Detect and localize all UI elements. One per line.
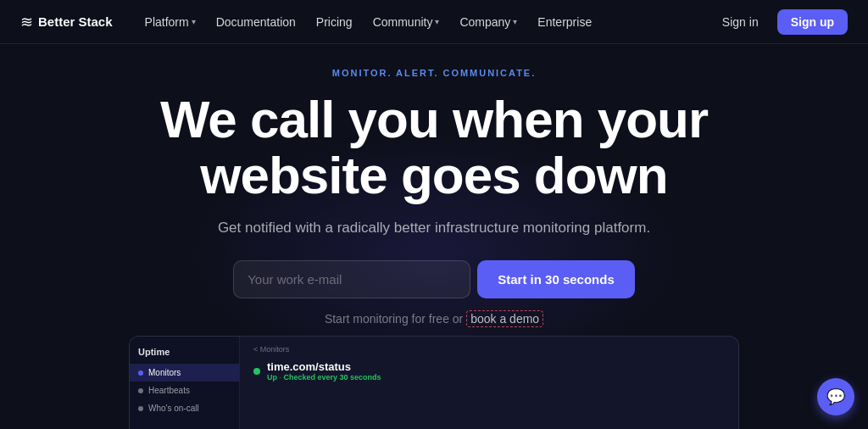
monitor-info: time.com/status Up · Checked every 30 se…	[267, 360, 381, 382]
chevron-down-icon: ▾	[192, 17, 196, 26]
dashboard-main: < Monitors time.com/status Up · Checked …	[240, 337, 738, 429]
chat-icon: 💬	[826, 387, 845, 406]
monitor-status: Up · Checked every 30 seconds	[267, 373, 381, 382]
status-indicator	[253, 368, 260, 375]
nav-links: Platform ▾ Documentation Pricing Communi…	[136, 10, 712, 34]
nav-documentation[interactable]: Documentation	[208, 10, 304, 34]
hero-subtitle: Get notified with a radically better inf…	[218, 220, 650, 237]
monitor-row: time.com/status Up · Checked every 30 se…	[253, 360, 725, 382]
sidebar-item-oncall[interactable]: Who's on-call	[130, 399, 239, 417]
chevron-down-icon: ▾	[513, 17, 517, 26]
sidebar-section-title: Uptime	[130, 345, 239, 364]
logo-text: Better Stack	[38, 14, 113, 29]
hero-form: Start in 30 seconds	[233, 260, 635, 298]
sidebar-item-heartbeats[interactable]: Heartbeats	[130, 382, 239, 399]
logo-icon: ≋	[20, 13, 33, 31]
hero-section: MONITOR. ALERT. COMMUNICATE. We call you…	[0, 44, 868, 326]
chat-widget[interactable]: 💬	[817, 378, 854, 415]
nav-company[interactable]: Company ▾	[451, 10, 526, 34]
logo[interactable]: ≋ Better Stack	[20, 13, 113, 31]
monitor-name: time.com/status	[267, 360, 381, 373]
dot-icon	[138, 406, 143, 411]
nav-enterprise[interactable]: Enterprise	[529, 10, 600, 34]
nav-community[interactable]: Community ▾	[364, 10, 448, 34]
nav-platform[interactable]: Platform ▾	[136, 10, 204, 34]
hero-tagline: MONITOR. ALERT. COMMUNICATE.	[332, 68, 536, 78]
signin-button[interactable]: Sign in	[712, 10, 769, 34]
dashboard-preview: Uptime Monitors Heartbeats Who's on-call…	[129, 336, 739, 429]
book-demo-link[interactable]: book a demo	[466, 310, 543, 327]
cta-button[interactable]: Start in 30 seconds	[477, 260, 635, 298]
email-input[interactable]	[233, 260, 470, 298]
dashboard-sidebar: Uptime Monitors Heartbeats Who's on-call	[130, 337, 240, 429]
sidebar-item-monitors[interactable]: Monitors	[130, 364, 239, 382]
hero-demo-text: Start monitoring for free or book a demo	[325, 312, 543, 326]
signup-button[interactable]: Sign up	[777, 9, 848, 35]
hero-title: We call you when your website goes down	[160, 92, 708, 204]
breadcrumb: < Monitors	[253, 345, 725, 354]
dot-icon	[138, 370, 143, 376]
nav-pricing[interactable]: Pricing	[308, 10, 361, 34]
nav-actions: Sign in Sign up	[712, 9, 848, 35]
navbar: ≋ Better Stack Platform ▾ Documentation …	[0, 0, 868, 44]
chevron-down-icon: ▾	[435, 17, 439, 26]
dot-icon	[138, 388, 143, 393]
